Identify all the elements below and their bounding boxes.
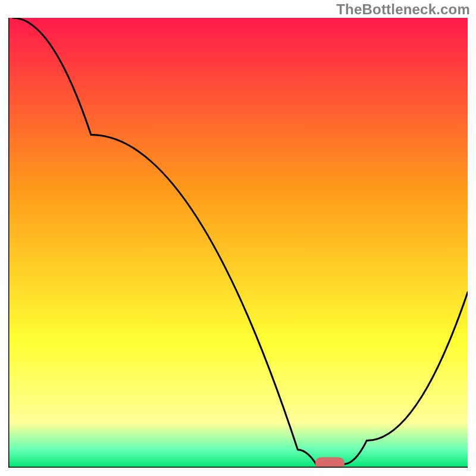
optimal-marker [315, 458, 345, 468]
watermark-text: TheBottleneck.com [336, 1, 470, 18]
gradient-background [8, 18, 468, 468]
plot-svg [8, 18, 468, 468]
chart-stage: TheBottleneck.com [0, 0, 476, 476]
bottleneck-plot [8, 18, 468, 468]
